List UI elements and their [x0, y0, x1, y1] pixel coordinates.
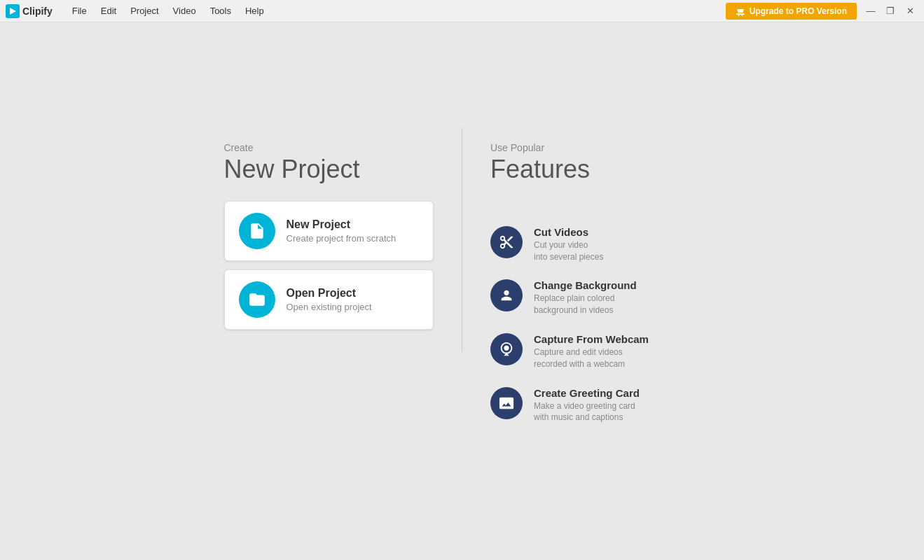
feature-greeting-card[interactable]: Create Greeting Card Make a video greeti…: [490, 387, 701, 424]
cut-videos-title: Cut Videos: [534, 226, 603, 238]
open-project-card[interactable]: Open Project Open existing project: [224, 270, 434, 330]
minimize-button[interactable]: —: [862, 3, 879, 20]
cart-icon: [736, 6, 745, 16]
create-title: New Project: [224, 155, 434, 184]
scissors-icon: [499, 234, 514, 250]
feature-change-background[interactable]: Change Background Replace plain coloredb…: [490, 279, 701, 316]
upgrade-button[interactable]: Upgrade to PRO Version: [726, 3, 857, 20]
content-wrapper: Create New Project New Project Create pr…: [210, 128, 715, 454]
greeting-card-icon-circle: [490, 387, 523, 419]
title-bar: Clipify File Edit Project Video Tools He…: [0, 0, 924, 22]
new-project-icon-circle: [239, 213, 275, 249]
svg-marker-0: [10, 8, 16, 15]
change-background-title: Change Background: [534, 279, 637, 291]
features-label: Use Popular: [490, 142, 701, 153]
change-background-description: Replace plain coloredbackground in video…: [534, 293, 637, 316]
image-icon: [499, 396, 514, 411]
change-background-icon-circle: [490, 279, 523, 312]
menu-project[interactable]: Project: [125, 3, 164, 19]
app-logo-icon: [6, 4, 20, 18]
greeting-card-title: Create Greeting Card: [534, 387, 640, 399]
title-bar-right: Upgrade to PRO Version — ❐ ✕: [726, 3, 918, 20]
svg-rect-1: [736, 13, 745, 15]
menu-video[interactable]: Video: [167, 3, 202, 19]
open-project-icon-circle: [239, 281, 275, 318]
title-bar-left: Clipify File Edit Project Video Tools He…: [6, 3, 270, 19]
person-icon: [499, 288, 514, 303]
new-project-text: New Project Create project from scratch: [287, 218, 397, 244]
open-project-title: Open Project: [287, 287, 372, 300]
close-button[interactable]: ✕: [902, 3, 918, 20]
capture-webcam-icon-circle: [490, 333, 523, 365]
menu-edit[interactable]: Edit: [95, 3, 122, 19]
new-project-card[interactable]: New Project Create project from scratch: [224, 201, 434, 261]
features-list: Cut Videos Cut your videointo several pi…: [490, 226, 701, 424]
menu-file[interactable]: File: [67, 3, 92, 19]
feature-cut-videos[interactable]: Cut Videos Cut your videointo several pi…: [490, 226, 701, 263]
cut-videos-text: Cut Videos Cut your videointo several pi…: [534, 226, 603, 263]
webcam-icon: [499, 342, 514, 357]
cut-videos-description: Cut your videointo several pieces: [534, 239, 603, 263]
document-icon: [248, 222, 266, 240]
right-panel: Use Popular Features Cut Videos Cut your…: [462, 128, 715, 454]
feature-capture-webcam[interactable]: Capture From Webcam Capture and edit vid…: [490, 333, 701, 370]
create-label: Create: [224, 142, 434, 153]
menu-help[interactable]: Help: [240, 3, 270, 19]
cut-videos-icon-circle: [490, 226, 523, 258]
svg-point-2: [738, 15, 739, 16]
capture-webcam-title: Capture From Webcam: [534, 333, 649, 345]
open-project-description: Open existing project: [287, 302, 372, 312]
greeting-card-description: Make a video greeting cardwith music and…: [534, 400, 640, 424]
app-name: Clipify: [22, 6, 53, 17]
menu-tools[interactable]: Tools: [205, 3, 237, 19]
app-logo: Clipify: [6, 4, 53, 18]
open-project-text: Open Project Open existing project: [287, 287, 372, 312]
folder-icon: [248, 290, 266, 309]
window-controls: — ❐ ✕: [862, 3, 918, 20]
svg-point-3: [741, 15, 743, 16]
new-project-title: New Project: [287, 218, 397, 231]
menu-bar: File Edit Project Video Tools Help: [67, 3, 270, 19]
new-project-description: Create project from scratch: [287, 233, 397, 244]
upgrade-button-label: Upgrade to PRO Version: [750, 6, 847, 16]
features-title: Features: [490, 155, 701, 184]
maximize-button[interactable]: ❐: [882, 3, 899, 20]
greeting-card-text: Create Greeting Card Make a video greeti…: [534, 387, 640, 424]
capture-webcam-description: Capture and edit videosrecorded with a w…: [534, 346, 649, 370]
main-content: Create New Project New Project Create pr…: [0, 22, 924, 560]
capture-webcam-text: Capture From Webcam Capture and edit vid…: [534, 333, 649, 370]
change-background-text: Change Background Replace plain coloredb…: [534, 279, 637, 316]
left-panel: Create New Project New Project Create pr…: [210, 128, 463, 352]
